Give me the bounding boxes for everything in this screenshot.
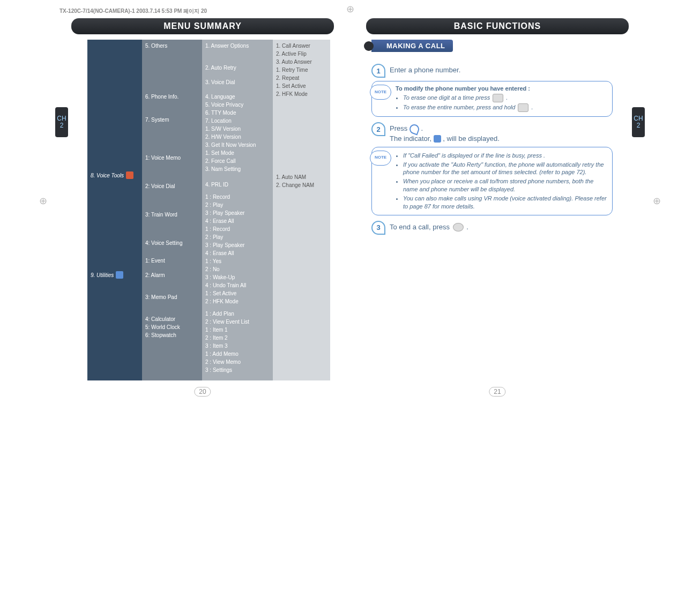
menu-cell: 1: Event bbox=[145, 257, 199, 265]
menu-cell: 3. Nam Setting bbox=[205, 165, 270, 173]
menu-cell: 3 : Play Speaker bbox=[205, 241, 270, 249]
note1-bullet-1: To erase one digit at a time press . bbox=[403, 94, 607, 102]
menu-cell: 3 : Item 3 bbox=[205, 342, 270, 350]
menu-cell: 3: Train Word bbox=[145, 211, 199, 219]
menu-cell: 1. Set Active bbox=[276, 82, 327, 90]
menu-cell: 2. Change NAM bbox=[276, 181, 327, 189]
menu-cell: 2 : Play bbox=[205, 201, 270, 209]
menu-cell: 1 : Add Memo bbox=[205, 350, 270, 358]
menu-col-item: 5. Others6. Phone Info.7. System1: Voice… bbox=[142, 40, 202, 380]
menu-cell: 4: Voice Setting bbox=[145, 239, 199, 247]
menu-cell: 3 : Wake-Up bbox=[205, 273, 270, 281]
chapter-tab-right: CH 2 bbox=[632, 107, 645, 137]
menu-col-category: 8. Voice Tools9. Utilities bbox=[87, 40, 142, 380]
menu-summary-table: 8. Voice Tools9. Utilities 5. Others6. P… bbox=[87, 40, 334, 380]
step-1-text: Enter a phone number. bbox=[390, 64, 460, 75]
right-content: MAKING A CALL 1 Enter a phone number. NO… bbox=[371, 40, 613, 235]
left-page: TX-120C-7/14(NO-CAMERA)-1 2003.7.14 5:53… bbox=[55, 5, 350, 397]
call-indicator-icon bbox=[434, 135, 441, 143]
crop-mark-left: ⊕ bbox=[39, 195, 47, 207]
note2-bullet: If "Call Failed" is displayed or if the … bbox=[403, 152, 607, 160]
menu-cell: 5. Others bbox=[145, 42, 199, 50]
crop-mark-right: ⊕ bbox=[653, 195, 661, 207]
menu-cell: 1. Set Mode bbox=[205, 149, 270, 157]
menu-cell: 3. Voice Dial bbox=[205, 78, 270, 86]
left-page-number: 20 bbox=[194, 387, 211, 397]
left-page-title: MENU SUMMARY bbox=[71, 18, 334, 34]
menu-col-sub: 1. Answer Options2. Auto Retry3. Voice D… bbox=[202, 40, 273, 380]
menu-cell: 2 : Item 2 bbox=[205, 334, 270, 342]
step-3-text: To end a call, press . bbox=[390, 221, 468, 232]
menu-category: 9. Utilities bbox=[91, 271, 139, 279]
clr-key-icon-2 bbox=[518, 103, 528, 112]
category-icon bbox=[116, 271, 123, 279]
right-page-number: 21 bbox=[489, 387, 505, 397]
step-2-text: Press . The indicator, , will be display… bbox=[390, 122, 500, 144]
menu-cell: 3: Memo Pad bbox=[145, 293, 199, 301]
step-1: 1 Enter a phone number. bbox=[371, 64, 613, 78]
menu-cell: 1 : Yes bbox=[205, 257, 270, 265]
menu-cell: 4 : Undo Train All bbox=[205, 281, 270, 289]
menu-cell: 1 : Set Active bbox=[205, 289, 270, 297]
menu-cell: 1 : Record bbox=[205, 193, 270, 201]
menu-cell: 1 : Record bbox=[205, 225, 270, 233]
menu-category: 8. Voice Tools bbox=[91, 171, 139, 179]
step-2: 2 Press . The indicator, , will be displ… bbox=[371, 122, 613, 144]
menu-cell: 1. Auto NAM bbox=[276, 173, 327, 181]
menu-cell: 7. Location bbox=[205, 117, 270, 125]
menu-cell: 3. Get It Now Version bbox=[205, 141, 270, 149]
menu-cell: 2: Voice Dial bbox=[145, 182, 199, 190]
menu-cell: 4 : Erase All bbox=[205, 249, 270, 257]
menu-cell: 1 : Add Plan bbox=[205, 310, 270, 318]
send-key-icon bbox=[408, 123, 420, 135]
menu-cell: 3 : Play Speaker bbox=[205, 209, 270, 217]
menu-cell: 6. Phone Info. bbox=[145, 93, 199, 101]
step-3: 3 To end a call, press . bbox=[371, 221, 613, 235]
menu-cell: 2. H/W Version bbox=[205, 133, 270, 141]
menu-cell: 1. Retry Time bbox=[276, 66, 327, 74]
note-badge-icon-2: NOTE bbox=[370, 151, 391, 166]
note-box-2: NOTE If "Call Failed" is displayed or if… bbox=[371, 147, 613, 215]
note1-title: To modify the phone number you have ente… bbox=[396, 85, 530, 92]
menu-cell: 2 : No bbox=[205, 265, 270, 273]
menu-cell: 4. Language bbox=[205, 93, 270, 101]
menu-cell: 2. Repeat bbox=[276, 74, 327, 82]
right-page-title: BASIC FUNCTIONS bbox=[366, 18, 629, 34]
note-box-1: NOTE To modify the phone number you have… bbox=[371, 81, 613, 117]
menu-cell: 1. S/W Version bbox=[205, 125, 270, 133]
menu-cell: 2 : View Event List bbox=[205, 318, 270, 326]
menu-cell: 2. Auto Retry bbox=[205, 64, 270, 72]
clr-key-icon bbox=[493, 94, 503, 102]
chapter-tab-left: CH 2 bbox=[55, 107, 68, 137]
menu-cell: 1 : Item 1 bbox=[205, 326, 270, 334]
menu-cell: 3. Auto Answer bbox=[276, 58, 327, 66]
ch-num: 2 bbox=[60, 122, 64, 129]
note-badge-icon: NOTE bbox=[370, 85, 391, 100]
category-icon bbox=[126, 171, 133, 179]
right-page: BASIC FUNCTIONS CH 2 MAKING A CALL 1 Ent… bbox=[350, 5, 645, 397]
section-heading: MAKING A CALL bbox=[371, 40, 453, 52]
menu-cell: 4. PRL ID bbox=[205, 181, 270, 189]
menu-cell: 2 : Play bbox=[205, 233, 270, 241]
menu-cell: 3 : Settings bbox=[205, 366, 270, 374]
end-key-icon bbox=[453, 223, 464, 231]
menu-cell: 6: Stopwatch bbox=[145, 331, 199, 339]
menu-cell: 2 : HFK Mode bbox=[205, 297, 270, 305]
menu-cell: 2. Force Call bbox=[205, 157, 270, 165]
step-3-number: 3 bbox=[371, 221, 385, 235]
menu-cell: 1: Voice Memo bbox=[145, 154, 199, 162]
menu-cell: 5. Voice Privacy bbox=[205, 101, 270, 109]
menu-cell: 2: Alarm bbox=[145, 271, 199, 279]
menu-cell: 7. System bbox=[145, 116, 199, 124]
menu-col-detail: 1. Call Answer2. Active Flip3. Auto Answ… bbox=[273, 40, 330, 380]
menu-cell: 6. TTY Mode bbox=[205, 109, 270, 117]
menu-cell: 1. Answer Options bbox=[205, 42, 270, 50]
running-header: TX-120C-7/14(NO-CAMERA)-1 2003.7.14 5:53… bbox=[59, 8, 350, 15]
menu-cell: 4: Calculator bbox=[145, 315, 199, 323]
menu-cell: 2. Active Flip bbox=[276, 50, 327, 58]
note1-bullet-2: To erase the entire number, press and ho… bbox=[403, 103, 607, 112]
menu-cell: 5: World Clock bbox=[145, 323, 199, 331]
menu-cell: 4 : Erase All bbox=[205, 217, 270, 225]
ch-num-r: 2 bbox=[637, 122, 641, 129]
menu-cell: 1. Call Answer bbox=[276, 42, 327, 50]
